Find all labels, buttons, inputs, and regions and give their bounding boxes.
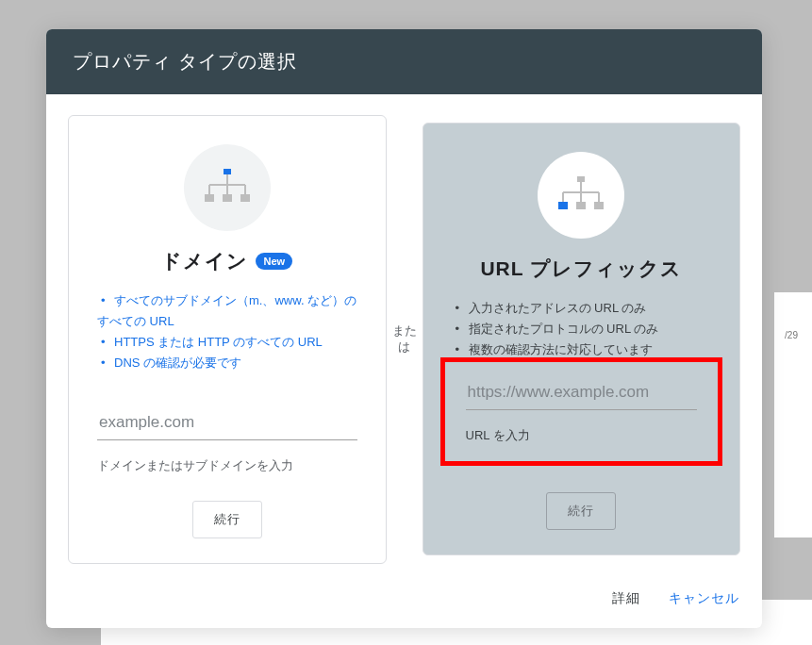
list-item: DNS の確認が必要です [97, 354, 357, 372]
domain-card-title: ドメイン [161, 248, 248, 274]
svg-rect-0 [224, 169, 231, 174]
svg-rect-9 [577, 176, 585, 182]
domain-input-helper: ドメインまたはサブドメインを入力 [97, 457, 357, 474]
details-link[interactable]: 詳細 [612, 590, 640, 607]
url-input-helper: URL を入力 [466, 427, 698, 444]
domain-continue-button[interactable]: 続行 [192, 501, 262, 538]
list-item: 複数の確認方法に対応しています [452, 340, 712, 359]
or-separator: また は [387, 323, 423, 356]
list-item: HTTPS または HTTP のすべての URL [97, 333, 357, 352]
list-item: 入力されたアドレスの URL のみ [452, 299, 712, 318]
svg-rect-16 [576, 202, 586, 209]
url-prefix-property-card[interactable]: URL プレフィックス 入力されたアドレスの URL のみ 指定されたプロトコル… [423, 123, 741, 555]
svg-rect-17 [594, 202, 604, 209]
domain-sitemap-icon [184, 144, 271, 231]
property-type-dialog: プロパティ タイプの選択 ドメイン New [46, 29, 762, 628]
svg-rect-15 [558, 202, 568, 209]
urlprefix-continue-button[interactable]: 続行 [546, 492, 616, 530]
svg-rect-8 [240, 194, 250, 202]
list-item: 指定されたプロトコルの URL のみ [452, 320, 712, 339]
domain-bullet-list: すべてのサブドメイン（m.、www. など）の すべての URL HTTPS ま… [97, 291, 357, 375]
list-item: すべてのサブドメイン（m.、www. など）の [97, 291, 357, 310]
urlprefix-card-title: URL プレフィックス [480, 256, 682, 282]
dialog-title: プロパティ タイプの選択 [46, 29, 762, 94]
urlprefix-sitemap-icon [538, 152, 624, 239]
dialog-footer: 詳細 キャンセル [46, 581, 762, 628]
new-badge: New [256, 253, 292, 270]
bg-date-label: /29 [785, 330, 798, 340]
urlprefix-bullet-list: 入力されたアドレスの URL のみ 指定されたプロトコルの URL のみ 複数の… [452, 299, 712, 361]
domain-property-card[interactable]: ドメイン New すべてのサブドメイン（m.、www. など）の すべての UR… [68, 115, 387, 564]
svg-rect-6 [205, 194, 214, 202]
url-input[interactable] [466, 375, 698, 410]
cancel-button[interactable]: キャンセル [669, 590, 739, 607]
url-input-highlight: URL を入力 [440, 357, 723, 466]
svg-rect-7 [223, 194, 232, 202]
list-item: すべての URL [97, 312, 357, 331]
bg-chart-fragment [774, 292, 812, 538]
domain-input[interactable] [97, 405, 357, 440]
